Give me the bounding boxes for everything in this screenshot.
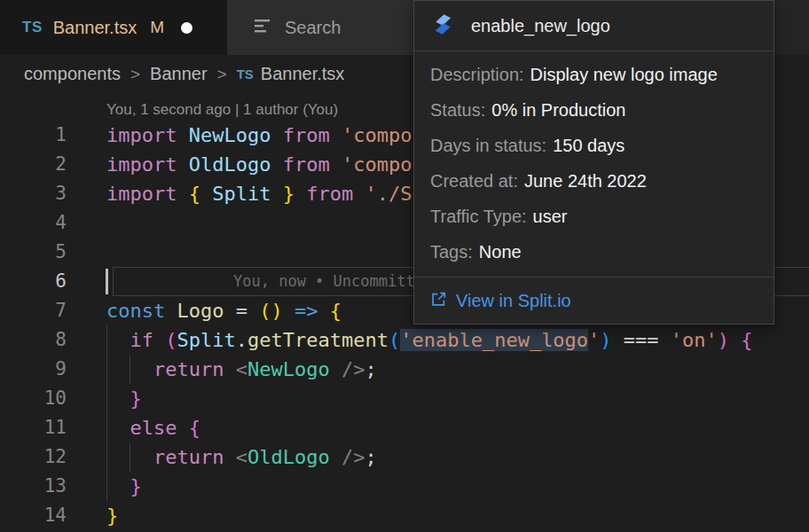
code-token	[330, 358, 342, 380]
codelens-blame-summary[interactable]: You, 1 second ago | 1 author (You)	[106, 101, 338, 119]
unsaved-changes-dot[interactable]	[181, 22, 192, 34]
code-token: ;	[365, 358, 376, 380]
code-token	[224, 300, 235, 322]
code-token: from	[283, 153, 330, 176]
line-number[interactable]: 11	[0, 413, 67, 442]
code-token	[330, 446, 342, 468]
code-token: }	[130, 387, 142, 410]
line-number[interactable]: 4	[0, 208, 67, 238]
code-token: const	[106, 300, 165, 322]
code-token: =	[236, 300, 247, 322]
flag-name-title: enable_new_logo	[471, 16, 610, 36]
popup-row-created-at: Created at:June 24th 2022	[430, 163, 758, 199]
code-token	[729, 329, 741, 351]
feature-flag-hover-popup: enable_new_logo Description:Display new …	[413, 0, 774, 325]
popup-row-status: Status:0% in Production	[430, 92, 758, 128]
code-token: )	[271, 300, 282, 322]
breadcrumb-separator-icon: >	[130, 65, 140, 84]
line-number[interactable]: 13	[0, 472, 67, 501]
row-label: Created at:	[430, 171, 518, 191]
code-token: else	[130, 417, 177, 439]
code-token: 'compo	[342, 153, 412, 176]
line-number[interactable]: 10	[0, 384, 67, 413]
code-line-13[interactable]: 13 }	[0, 472, 809, 501]
line-number[interactable]: 5	[0, 238, 67, 267]
code-token: Logo	[177, 300, 224, 322]
code-token: <	[236, 446, 247, 468]
tab-title: Banner.tsx	[53, 18, 137, 38]
code-token: './S	[365, 183, 412, 205]
code-token: import	[106, 124, 177, 146]
flag-name-token: 'enable_new_logo	[400, 329, 588, 351]
code-line-9[interactable]: 9 return <NewLogo />;	[0, 355, 809, 384]
code-token	[295, 183, 306, 205]
code-token: {	[741, 329, 752, 351]
line-number[interactable]: 2	[0, 150, 67, 179]
row-label: Tags:	[430, 242, 473, 262]
code-token: OldLogo	[189, 153, 271, 176]
line-number[interactable]: 1	[0, 121, 67, 150]
code-token: getTreatment	[247, 329, 389, 351]
code-line-12[interactable]: 12 return <OldLogo />;	[0, 442, 809, 472]
code-token	[106, 446, 153, 468]
code-token: =>	[295, 300, 318, 322]
line-number[interactable]: 9	[0, 355, 67, 384]
popup-row-description: Description:Display new logo image	[430, 57, 758, 92]
code-token: )	[718, 329, 729, 351]
code-token: '	[588, 329, 600, 351]
code-token	[271, 124, 282, 146]
line-number[interactable]: 7	[0, 296, 67, 325]
tab-banner-tsx[interactable]: TS Banner.tsx M	[0, 0, 227, 55]
tab-title: Search	[285, 18, 341, 38]
code-token	[177, 124, 188, 146]
breadcrumb-item-banner[interactable]: Banner	[150, 64, 208, 84]
line-number[interactable]: 3	[0, 179, 67, 208]
popup-row-days-in-status: Days in status:150 days	[430, 128, 758, 163]
code-line-8[interactable]: 8 if (Split.getTreatment('enable_new_log…	[0, 325, 809, 355]
popup-row-traffic-type: Traffic Type:user	[430, 199, 758, 234]
code-token: OldLogo	[247, 446, 330, 468]
code-line-10[interactable]: 10 }	[0, 384, 809, 413]
code-token: ;	[365, 446, 376, 468]
line-number[interactable]: 6	[0, 267, 67, 296]
breadcrumb-item-components[interactable]: components	[24, 64, 121, 84]
code-token	[106, 475, 130, 497]
code-token	[177, 153, 188, 176]
code-token	[224, 446, 235, 468]
code-line-content: import { Split } from './S	[106, 179, 412, 208]
code-token	[106, 329, 130, 351]
code-token: }	[130, 475, 142, 497]
code-line-content: if (Split.getTreatment('enable_new_logo'…	[106, 325, 753, 355]
code-token: return	[153, 446, 224, 468]
code-token: .	[236, 329, 247, 351]
code-token: {	[189, 417, 200, 439]
row-value: None	[479, 242, 522, 262]
code-token: )	[600, 329, 611, 351]
code-token: }	[106, 505, 118, 527]
code-token	[283, 300, 295, 322]
code-line-11[interactable]: 11 else {	[0, 413, 809, 442]
code-token: <	[236, 358, 247, 380]
code-line-14[interactable]: 14}	[0, 501, 809, 530]
code-token	[177, 183, 188, 205]
line-number[interactable]: 14	[0, 501, 67, 530]
line-number[interactable]: 12	[0, 442, 67, 472]
row-value: 150 days	[553, 136, 624, 155]
code-token: 'on'	[671, 329, 718, 351]
code-token: Split	[177, 329, 236, 351]
code-line-content: import OldLogo from 'compo	[106, 150, 412, 179]
code-token	[200, 183, 212, 205]
view-in-splitio-link[interactable]: View in Split.io	[430, 291, 571, 312]
popup-footer: View in Split.io	[414, 277, 774, 325]
code-token: from	[306, 183, 353, 205]
code-token	[330, 153, 342, 176]
code-token	[612, 329, 624, 351]
line-number[interactable]: 8	[0, 325, 67, 355]
row-value: user	[533, 207, 568, 226]
breadcrumb-item-file[interactable]: Banner.tsx	[261, 64, 345, 84]
code-token: from	[283, 124, 330, 146]
popup-body: Description:Display new logo imageStatus…	[414, 51, 774, 277]
code-token	[153, 329, 165, 351]
code-token	[177, 417, 188, 439]
code-line-content: }	[106, 501, 118, 530]
